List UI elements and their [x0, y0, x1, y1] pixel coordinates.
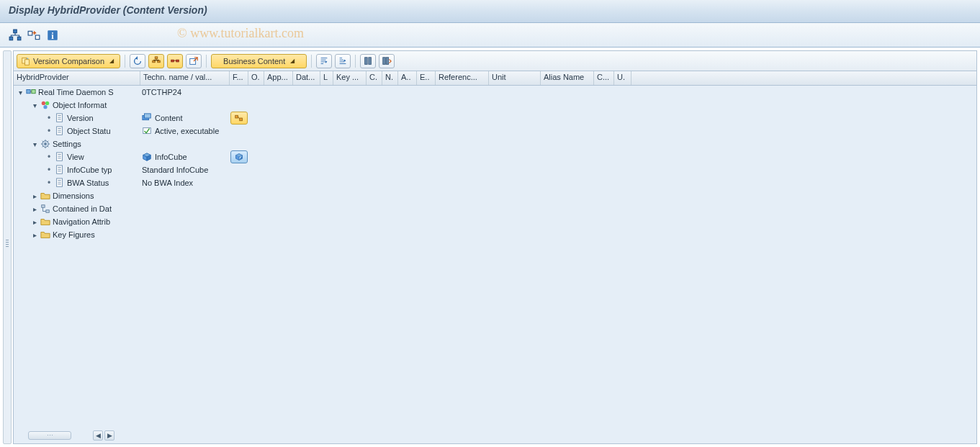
document-icon — [55, 165, 65, 175]
column-header[interactable]: E.. — [417, 71, 436, 85]
expander-icon[interactable]: ▾ — [31, 101, 38, 109]
dataflow-icon — [40, 204, 50, 214]
hierarchy-collapse-icon[interactable] — [167, 54, 183, 68]
document-icon — [55, 178, 65, 188]
folder-icon — [40, 217, 50, 227]
hybridprovider-icon — [26, 87, 36, 97]
sort-asc-icon[interactable] — [335, 54, 351, 68]
version-compare-action[interactable] — [230, 112, 248, 125]
tree-key-figures-row[interactable]: ▸ Key Figures — [14, 228, 976, 241]
svg-rect-16 — [369, 57, 372, 64]
tree-infocube-type-label: InfoCube typ — [67, 166, 112, 174]
scroll-thumb[interactable]: ⋯ — [28, 431, 71, 440]
column-header[interactable]: C. — [367, 71, 382, 85]
tree-object-status-value: Active, executable — [155, 127, 219, 135]
splitter-rail-left[interactable] — [3, 50, 12, 444]
bullet-icon: • — [45, 166, 53, 173]
svg-rect-10 — [153, 60, 156, 63]
column-header[interactable]: A.. — [398, 71, 417, 85]
column-header[interactable]: N. — [382, 71, 398, 85]
column-header[interactable]: HybridProvider — [14, 71, 140, 85]
tree-object-info-row[interactable]: ▾ Object Informat — [14, 99, 976, 112]
svg-text:i: i — [51, 30, 54, 40]
tree-view-row[interactable]: • View InfoCube — [14, 150, 976, 163]
tree-root-row[interactable]: ▾ Real Time Daemon S 0TCTHP24 — [14, 86, 976, 99]
tree-nav-attr-label: Navigation Attrib — [53, 217, 110, 226]
svg-rect-14 — [190, 58, 196, 64]
main-area: Version Comparison ◢ Business Content ◢ — [0, 48, 980, 447]
find-icon[interactable] — [360, 54, 376, 68]
expander-icon[interactable]: ▾ — [17, 89, 24, 96]
tree-object-status-row[interactable]: • Object Statu Active, executable — [14, 125, 976, 137]
tree-version-label: Version — [67, 114, 94, 122]
folder-icon — [40, 191, 50, 201]
tree-version-value: Content — [155, 114, 183, 122]
tree-bwa-status-row[interactable]: • BWA Status No BWA Index — [14, 176, 976, 189]
svg-rect-26 — [145, 114, 151, 118]
tree-nav-attr-row[interactable]: ▸ Navigation Attrib — [14, 215, 976, 228]
content-version-icon — [142, 113, 152, 123]
horizontal-scroll: ⋯ ◀ ▶ — [28, 430, 114, 441]
export-icon[interactable] — [186, 54, 202, 68]
view-infocube-action[interactable] — [230, 150, 248, 163]
column-header[interactable]: Unit — [489, 71, 541, 85]
svg-rect-2 — [17, 37, 21, 40]
expander-icon[interactable]: ▸ — [31, 205, 38, 213]
tree-bwa-status-label: BWA Status — [67, 179, 109, 187]
column-header[interactable]: Referenc... — [436, 71, 489, 85]
version-comparison-button[interactable]: Version Comparison ◢ — [17, 54, 120, 68]
document-icon — [55, 152, 65, 162]
column-header[interactable]: Alias Name — [541, 71, 594, 85]
tree-version-row[interactable]: • Version Content — [14, 112, 976, 125]
svg-point-21 — [42, 101, 45, 105]
tree-object-info-label: Object Informat — [53, 101, 107, 109]
object-info-icon — [40, 100, 50, 110]
column-header[interactable]: O. — [248, 71, 264, 85]
tree-root-tech: 0TCTHP24 — [142, 88, 181, 96]
expander-icon[interactable]: ▸ — [31, 192, 38, 200]
tree-view-label: View — [67, 153, 84, 161]
transfer-icon[interactable] — [27, 29, 40, 42]
hierarchy-expand-icon[interactable] — [148, 54, 164, 68]
expander-icon[interactable]: ▸ — [31, 218, 38, 226]
hierarchy-icon[interactable] — [9, 29, 22, 42]
svg-rect-4 — [35, 35, 40, 40]
scroll-right-icon[interactable]: ▶ — [104, 430, 114, 441]
active-icon — [142, 126, 152, 136]
folder-icon — [40, 230, 50, 240]
svg-rect-36 — [42, 205, 45, 208]
expander-icon[interactable]: ▸ — [31, 231, 38, 239]
tree-dimensions-row[interactable]: ▸ Dimensions — [14, 189, 976, 202]
column-header[interactable]: Dat... — [293, 71, 320, 85]
business-content-button[interactable]: Business Content ◢ — [211, 54, 307, 68]
refresh-icon[interactable] — [130, 54, 145, 68]
column-header[interactable]: L — [320, 71, 333, 85]
svg-rect-15 — [365, 57, 368, 64]
tree-contained-row[interactable]: ▸ Contained in Dat — [14, 202, 976, 215]
business-content-label: Business Content — [223, 57, 285, 66]
bullet-icon: • — [45, 179, 53, 186]
svg-point-23 — [43, 105, 47, 109]
column-headers: HybridProviderTechn. name / val...F...O.… — [14, 71, 976, 86]
scroll-left-icon[interactable]: ◀ — [93, 430, 103, 441]
column-header[interactable]: Techn. name / val... — [140, 71, 230, 85]
document-icon — [55, 126, 65, 136]
version-comparison-label: Version Comparison — [33, 57, 104, 66]
info-icon[interactable]: i — [46, 29, 59, 42]
column-header[interactable]: F... — [230, 71, 248, 85]
tree-contained-label: Contained in Dat — [53, 204, 112, 213]
svg-rect-37 — [46, 210, 49, 213]
tree-settings-row[interactable]: ▾ Settings — [14, 137, 976, 150]
column-header[interactable]: App... — [264, 71, 293, 85]
tree-infocube-type-row[interactable]: • InfoCube typ Standard InfoCube — [14, 163, 976, 176]
column-header[interactable]: C... — [594, 71, 614, 85]
column-header[interactable]: Key ... — [333, 71, 367, 85]
svg-rect-17 — [383, 57, 386, 64]
sort-desc-icon[interactable] — [316, 54, 332, 68]
find-next-icon[interactable] — [379, 54, 395, 68]
expander-icon[interactable]: ▾ — [31, 140, 38, 148]
svg-rect-11 — [158, 60, 161, 63]
svg-point-22 — [45, 101, 49, 105]
tree-object-status-label: Object Statu — [67, 127, 111, 135]
column-header[interactable]: U. — [614, 71, 631, 85]
